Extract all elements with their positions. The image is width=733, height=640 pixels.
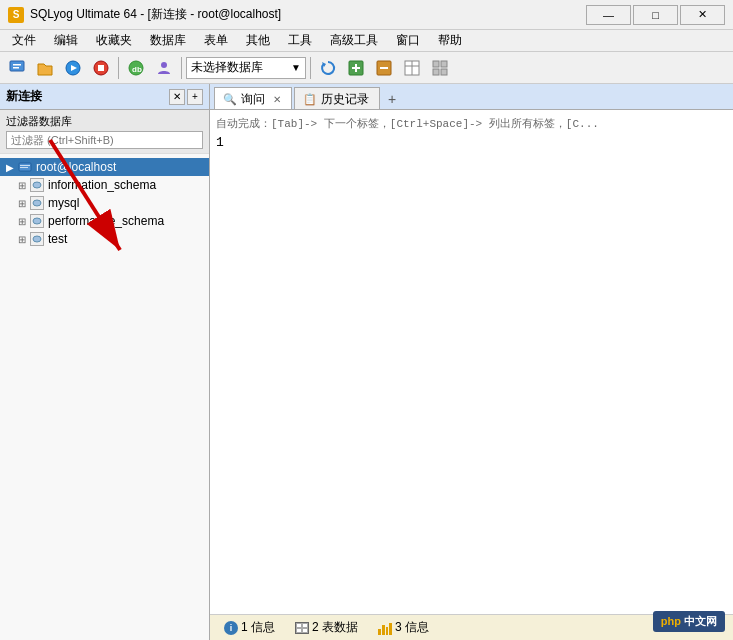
toolbar-new-connection[interactable] xyxy=(4,55,30,81)
query-editor[interactable]: 自动完成：[Tab]-> 下一个标签，[Ctrl+Space]-> 列出所有标签… xyxy=(210,110,733,614)
right-panel: 🔍 询问 ✕ 📋 历史记录 + 自动完成：[Tab]-> 下一个标签，[Ctrl… xyxy=(210,84,733,640)
server-icon xyxy=(18,160,32,174)
table-data-icon xyxy=(295,622,309,634)
php-text: php xyxy=(661,615,681,627)
db-dropdown-label: 未选择数据库 xyxy=(191,59,263,76)
tab-add-button[interactable]: + xyxy=(382,89,402,109)
svg-point-26 xyxy=(33,236,41,242)
menu-edit[interactable]: 编辑 xyxy=(46,30,86,51)
db-expand-icon: ⊞ xyxy=(18,180,26,191)
svg-rect-16 xyxy=(433,61,439,67)
db-tree: ▶ root@localhost ⊞ information_schema ⊞ xyxy=(0,154,209,640)
db-item-performance-schema[interactable]: ⊞ performance_schema xyxy=(0,212,209,230)
db-item-information-schema[interactable]: ⊞ information_schema xyxy=(0,176,209,194)
menu-tools[interactable]: 工具 xyxy=(280,30,320,51)
menu-favorites[interactable]: 收藏夹 xyxy=(88,30,140,51)
svg-rect-19 xyxy=(441,69,447,75)
db-item-mysql[interactable]: ⊞ mysql xyxy=(0,194,209,212)
db-icon-information-schema xyxy=(30,178,44,192)
toolbar-separator-3 xyxy=(310,57,311,79)
title-bar-text: SQLyog Ultimate 64 - [新连接 - root@localho… xyxy=(30,6,586,23)
toolbar-import[interactable] xyxy=(371,55,397,81)
panel-close-btn[interactable]: ✕ xyxy=(169,89,185,105)
toolbar-refresh[interactable] xyxy=(315,55,341,81)
info-icon-1: i xyxy=(224,621,238,635)
tab-history-label: 历史记录 xyxy=(321,91,369,108)
toolbar-table[interactable] xyxy=(399,55,425,81)
toolbar-separator-2 xyxy=(181,57,182,79)
query-tabs: 🔍 询问 ✕ 📋 历史记录 + xyxy=(210,84,733,110)
db-name-information-schema: information_schema xyxy=(48,178,156,192)
toolbar-stop[interactable] xyxy=(88,55,114,81)
db-icon-test xyxy=(30,232,44,246)
svg-point-25 xyxy=(33,218,41,224)
panel-add-btn[interactable]: + xyxy=(187,89,203,105)
svg-rect-18 xyxy=(433,69,439,75)
autocomplete-hint: 自动完成：[Tab]-> 下一个标签，[Ctrl+Space]-> 列出所有标签… xyxy=(216,116,727,131)
toolbar-execute[interactable] xyxy=(60,55,86,81)
database-dropdown[interactable]: 未选择数据库 ▼ xyxy=(186,57,306,79)
svg-point-23 xyxy=(33,182,41,188)
toolbar-schema[interactable]: db xyxy=(123,55,149,81)
title-bar: S SQLyog Ultimate 64 - [新连接 - root@local… xyxy=(0,0,733,30)
filter-label: 过滤器数据库 xyxy=(6,114,203,129)
db-icon-performance xyxy=(30,214,44,228)
menu-bar: 文件 编辑 收藏夹 数据库 表单 其他 工具 高级工具 窗口 帮助 xyxy=(0,30,733,52)
menu-advanced-tools[interactable]: 高级工具 xyxy=(322,30,386,51)
db-server-node[interactable]: ▶ root@localhost xyxy=(0,158,209,176)
menu-table[interactable]: 表单 xyxy=(196,30,236,51)
editor-content[interactable]: 1 xyxy=(216,135,727,150)
tab-close-icon[interactable]: ✕ xyxy=(273,94,281,105)
db-item-test[interactable]: ⊞ test xyxy=(0,230,209,248)
db-name-performance-schema: performance_schema xyxy=(48,214,164,228)
menu-file[interactable]: 文件 xyxy=(4,30,44,51)
db-name-test: test xyxy=(48,232,67,246)
tab-query-label: 询问 xyxy=(241,91,265,108)
db-name-mysql: mysql xyxy=(48,196,79,210)
bottom-tab-info1[interactable]: i 1 信息 xyxy=(216,618,283,638)
svg-text:db: db xyxy=(132,65,142,74)
svg-rect-0 xyxy=(10,61,24,71)
menu-help[interactable]: 帮助 xyxy=(430,30,470,51)
query-tab-icon: 🔍 xyxy=(223,93,237,106)
bottom-tab-info3[interactable]: 3 信息 xyxy=(370,618,437,638)
toolbar-grid[interactable] xyxy=(427,55,453,81)
bottom-tab-tabledata[interactable]: 2 表数据 xyxy=(287,618,366,638)
toolbar-open[interactable] xyxy=(32,55,58,81)
menu-database[interactable]: 数据库 xyxy=(142,30,194,51)
minimize-button[interactable]: — xyxy=(586,5,631,25)
bottom-tab-info3-label: 3 信息 xyxy=(395,619,429,636)
chart-icon xyxy=(378,621,392,635)
svg-rect-2 xyxy=(13,67,19,69)
title-bar-controls: — □ ✕ xyxy=(586,5,725,25)
maximize-button[interactable]: □ xyxy=(633,5,678,25)
tab-history[interactable]: 📋 历史记录 xyxy=(294,87,380,109)
server-expand-icon: ▶ xyxy=(6,162,14,173)
svg-rect-17 xyxy=(441,61,447,67)
svg-rect-6 xyxy=(98,65,104,71)
dropdown-arrow-icon: ▼ xyxy=(291,62,301,73)
bottom-tab-tabledata-label: 2 表数据 xyxy=(312,619,358,636)
filter-section: 过滤器数据库 xyxy=(0,110,209,154)
toolbar-export[interactable] xyxy=(343,55,369,81)
left-panel: 新连接 ✕ + 过滤器数据库 ▶ root@localhost ⊞ xyxy=(0,84,210,640)
menu-other[interactable]: 其他 xyxy=(238,30,278,51)
left-panel-header: 新连接 ✕ + xyxy=(0,84,209,110)
cn-website-text: 中文网 xyxy=(684,615,717,627)
server-label: root@localhost xyxy=(36,160,116,174)
php-badge: php 中文网 xyxy=(653,611,725,632)
svg-rect-21 xyxy=(20,165,30,166)
filter-input[interactable] xyxy=(6,131,203,149)
toolbar-users[interactable] xyxy=(151,55,177,81)
db-expand-icon-perf: ⊞ xyxy=(18,216,26,227)
svg-rect-22 xyxy=(20,167,28,168)
toolbar-separator-1 xyxy=(118,57,119,79)
close-button[interactable]: ✕ xyxy=(680,5,725,25)
menu-window[interactable]: 窗口 xyxy=(388,30,428,51)
tab-query[interactable]: 🔍 询问 ✕ xyxy=(214,87,292,109)
app-icon: S xyxy=(8,7,24,23)
bottom-tab-info1-label: 1 信息 xyxy=(241,619,275,636)
history-tab-icon: 📋 xyxy=(303,93,317,106)
toolbar: db 未选择数据库 ▼ xyxy=(0,52,733,84)
connection-title: 新连接 xyxy=(6,88,42,105)
